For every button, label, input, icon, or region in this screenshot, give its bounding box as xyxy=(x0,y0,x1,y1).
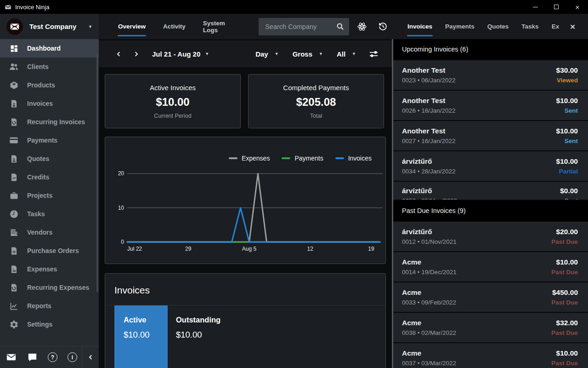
invoice-list-item[interactable]: Acme0033 • 09/Feb/2022 $450.00Past Due xyxy=(392,282,588,312)
dashboard-chart[interactable]: 01020Jul 2229Aug 51219 xyxy=(113,166,384,254)
sidebar-item-quotes[interactable]: Quotes xyxy=(0,150,99,168)
close-button[interactable]: × xyxy=(567,0,588,14)
company-selector[interactable]: Test Company ▼ xyxy=(0,14,99,39)
dashboard-settings-icon[interactable] xyxy=(364,45,383,63)
sidebar-item-products[interactable]: Products xyxy=(0,76,99,94)
invoice-list-item[interactable]: Acme0037 • 03/Mar/2022 $10.00Past Due xyxy=(392,343,588,368)
tab-overview[interactable]: Overview xyxy=(111,14,153,39)
panel-tab-expenses[interactable]: Ex xyxy=(545,14,563,39)
svg-text:12: 12 xyxy=(307,246,314,252)
svg-text:10: 10 xyxy=(118,205,124,211)
tab-activity[interactable]: Activity xyxy=(156,14,192,39)
sidebar-item-clients[interactable]: Clients xyxy=(0,58,99,76)
card-value: $10.00 xyxy=(156,96,189,109)
sidebar-item-label: Quotes xyxy=(27,155,49,162)
sidebar-item-credits[interactable]: Credits xyxy=(0,168,99,186)
titlebar: Invoice Ninja × xyxy=(0,0,588,14)
prev-period-button[interactable] xyxy=(110,45,127,63)
purchase-orders-icon xyxy=(9,246,19,256)
sidebar-item-label: Payments xyxy=(27,137,57,144)
sidebar-scrollbar[interactable] xyxy=(96,53,98,292)
invoices-icon xyxy=(9,98,19,109)
search-input[interactable] xyxy=(265,23,332,30)
currency-dropdown[interactable]: All▼ xyxy=(337,50,356,58)
minimize-button[interactable] xyxy=(525,0,546,14)
credits-icon xyxy=(9,172,19,182)
invoices-outstanding-tile[interactable]: Outstanding $10.00 xyxy=(168,305,230,368)
card-value: $205.08 xyxy=(296,96,336,109)
chat-icon[interactable] xyxy=(27,352,38,363)
invoice-list-item[interactable]: Another Test0026 • 16/Jan/2022 $10.00Sen… xyxy=(392,91,588,120)
invoice-lists: Upcoming Invoices (6) Another Test0023 •… xyxy=(392,39,588,368)
invoices-active-tile[interactable]: Active $10.00 xyxy=(114,305,168,368)
card-title: Completed Payments xyxy=(283,84,349,92)
sidebar-item-label: Expenses xyxy=(27,265,57,273)
overview-chart-card: Expenses Payments Invoices 01020Jul 2229… xyxy=(105,137,386,264)
maximize-button[interactable] xyxy=(546,0,567,14)
chevron-down-icon[interactable]: ▼ xyxy=(205,52,209,56)
recurring-invoices-icon xyxy=(9,117,19,127)
sidebar-item-dashboard[interactable]: Dashboard xyxy=(0,39,99,58)
chevron-down-icon: ▼ xyxy=(275,52,279,56)
invoice-list-item[interactable]: árvíztűrő0034 • 28/Jan/2022 $10.00Partia… xyxy=(392,151,588,181)
health-check-icon[interactable] xyxy=(353,17,370,36)
contact-mail-icon[interactable] xyxy=(6,352,17,363)
sidebar-item-payments[interactable]: Payments xyxy=(0,131,99,150)
chevron-down-icon: ▼ xyxy=(352,52,356,56)
panel-tab-invoices[interactable]: Invoices xyxy=(401,14,439,39)
company-search[interactable] xyxy=(259,18,349,35)
legend-expenses: Expenses xyxy=(229,155,270,162)
panel-tab-tasks[interactable]: Tasks xyxy=(515,14,545,39)
sidebar-item-label: Recurring Expenses xyxy=(27,284,89,291)
quotes-icon xyxy=(9,154,19,164)
right-panel-scrollbar[interactable] xyxy=(392,39,393,368)
interval-dropdown[interactable]: Day▼ xyxy=(255,50,278,58)
payments-icon xyxy=(9,135,19,145)
invoice-list-item[interactable]: Another Test0023 • 06/Jan/2022 $30.00Vie… xyxy=(392,60,588,90)
status-badge: Viewed xyxy=(556,77,578,84)
sidebar-item-settings[interactable]: Settings xyxy=(0,315,99,334)
sidebar-item-purchase-orders[interactable]: Purchase Orders xyxy=(0,242,99,260)
sidebar-item-recurring-expenses[interactable]: Recurring Expenses xyxy=(0,278,99,297)
help-icon[interactable]: ? xyxy=(48,352,57,362)
invoice-list-item[interactable]: Another Test0027 • 16/Jan/2022 $10.00Sen… xyxy=(392,121,588,150)
sidebar-item-projects[interactable]: Projects xyxy=(0,186,99,205)
date-range-label[interactable]: Jul 21 - Aug 20 xyxy=(152,50,200,58)
sidebar-item-reports[interactable]: Reports xyxy=(0,297,99,315)
tab-system-logs[interactable]: System Logs xyxy=(196,14,247,39)
sidebar-footer: ? i xyxy=(0,346,99,368)
sidebar-item-vendors[interactable]: Vendors xyxy=(0,223,99,242)
close-panel-icon[interactable]: × xyxy=(564,17,582,36)
active-invoices-card: Active Invoices $10.00 Current Period xyxy=(105,74,241,128)
sidebar-item-label: Recurring Invoices xyxy=(27,118,85,126)
right-panel-tabs: Invoices Payments Quotes Tasks Ex × xyxy=(392,14,588,39)
status-badge: Past Due xyxy=(551,360,578,367)
search-icon[interactable] xyxy=(336,22,345,31)
right-panel: Invoices Payments Quotes Tasks Ex × Upco… xyxy=(392,14,588,368)
sidebar-item-invoices[interactable]: Invoices xyxy=(0,94,99,113)
chevron-down-icon: ▼ xyxy=(88,24,92,29)
svg-text:19: 19 xyxy=(368,246,374,252)
sidebar-item-tasks[interactable]: Tasks xyxy=(0,205,99,223)
svg-text:29: 29 xyxy=(185,246,192,252)
sidebar-item-expenses[interactable]: Expenses xyxy=(0,260,99,278)
history-icon[interactable] xyxy=(374,17,392,36)
legend-payments: Payments xyxy=(282,155,323,162)
panel-tab-quotes[interactable]: Quotes xyxy=(481,14,515,39)
info-icon[interactable]: i xyxy=(68,352,77,362)
status-badge: Sent xyxy=(560,197,578,200)
sidebar-item-recurring-invoices[interactable]: Recurring Invoices xyxy=(0,113,99,131)
invoice-list-item[interactable]: Acme0038 • 02/Mar/2022 $32.00Past Due xyxy=(392,313,588,342)
next-period-button[interactable] xyxy=(127,45,145,63)
chevron-down-icon: ▼ xyxy=(319,52,323,56)
basis-dropdown[interactable]: Gross▼ xyxy=(293,50,323,58)
invoice-list-item[interactable]: árvíztűrő0012 • 01/Nov/2021 $20.00Past D… xyxy=(392,222,588,251)
invoice-list-item[interactable]: árvíztűrő0052 • 25/May/2022 $0.00Sent xyxy=(392,182,588,200)
invoices-section: Invoices Active $10.00 Outstanding $10.0… xyxy=(105,273,386,368)
panel-tab-payments[interactable]: Payments xyxy=(439,14,481,39)
collapse-sidebar-button[interactable] xyxy=(82,346,99,368)
card-subtitle: Total xyxy=(310,113,322,119)
completed-payments-card: Completed Payments $205.08 Total xyxy=(248,74,384,128)
invoice-list-item[interactable]: Acme0014 • 19/Dec/2021 $10.00Past Due xyxy=(392,252,588,282)
sidebar-item-label: Invoices xyxy=(27,100,53,107)
